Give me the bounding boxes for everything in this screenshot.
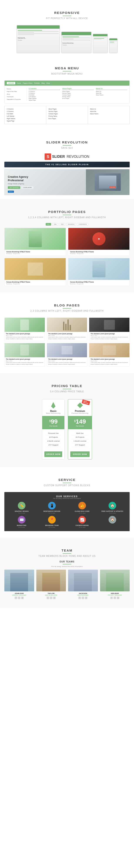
premium-order-btn[interactable]: ORDER NOW xyxy=(70,452,89,457)
filter-btn-two[interactable]: TWO xyxy=(59,223,65,225)
slider-mock-heading: Creative AgencyProfessional xyxy=(8,175,83,182)
service-icon-branding: 📍 xyxy=(48,516,56,524)
filter-btn-one[interactable]: ONE xyxy=(52,223,58,225)
portfolio-person-1 xyxy=(29,231,42,247)
mega-menu-separator xyxy=(26,88,27,101)
col1-item-1: 2 Columns xyxy=(29,91,60,92)
col1-item-6: Signal Page xyxy=(29,99,60,101)
service-container: OUR SERVICES Far far away, behind the wo… xyxy=(4,492,130,531)
team-social-in-1[interactable]: in xyxy=(21,596,24,599)
portfolio-img-2: ✦ xyxy=(68,228,129,250)
basic-order-btn[interactable]: ORDER NOW xyxy=(44,452,62,457)
nav-item-portfolio[interactable]: Portfolio xyxy=(34,82,40,84)
blog-img-6 xyxy=(89,343,129,357)
portfolio-title: PORTFOLIO PAGES xyxy=(4,210,130,214)
blog-decorative-6 xyxy=(89,343,129,357)
basic-feature-2: 10 Projects xyxy=(46,435,61,439)
team-figure-2 xyxy=(42,573,60,591)
team-social-in-3[interactable]: in xyxy=(85,596,87,599)
basic-feature-3: 1 Month License xyxy=(46,439,61,443)
team-social-tw-1[interactable]: t xyxy=(18,596,21,599)
screen-header-phone xyxy=(109,38,117,40)
basic-period: Per Month xyxy=(44,425,62,427)
feature-item-13: About Me xyxy=(90,110,127,113)
mega-menu-col-2: About Pages About Pages Service Pages Co… xyxy=(62,88,93,101)
premium-feature-3: 1 Month License xyxy=(71,439,88,443)
feature-columns: 2 Columns 3 Columns Full Width Left Side… xyxy=(4,106,130,124)
portfolio-item-2: ✦ Canvas Bootstrap HTML5 Theme Bootstrap… xyxy=(68,228,130,256)
team-name-2: TAYLOR xyxy=(36,592,66,594)
team-social-tw-4[interactable]: t xyxy=(113,596,116,599)
portfolio-img-3 xyxy=(5,258,66,280)
screen-meta-2: Template xyxy=(61,44,91,45)
team-social-in-2[interactable]: in xyxy=(53,596,56,599)
pricing-section: PRICING TABLE 3,4 COLUMNS PRICE TABLE Ba… xyxy=(0,373,134,467)
blog-decorative-2 xyxy=(47,318,87,332)
team-social-tw-3[interactable]: t xyxy=(82,596,84,599)
nav-item-pages[interactable]: Pages & More xyxy=(23,82,32,84)
service-title: SERVICE xyxy=(4,478,130,482)
team-social-in-4[interactable]: in xyxy=(117,596,119,599)
responsive-subtitle: FIT PERFECTLY WITH ALL DEVICE xyxy=(4,17,130,20)
service-icon-extra: 🏠 xyxy=(109,516,116,524)
filter-btn-all[interactable]: ALL xyxy=(46,223,51,225)
filter-btn-corporate[interactable]: CORPORATE xyxy=(77,223,88,225)
blog-img-1 xyxy=(5,318,45,332)
team-social-fb-3[interactable]: f xyxy=(78,596,81,599)
service-icon-responsive: 📱 xyxy=(48,502,56,509)
nav-item-blog[interactable]: Blog xyxy=(42,82,45,84)
col1-item-3: Full Width xyxy=(29,94,60,96)
basic-feature-4: 27/7 Support xyxy=(46,443,61,447)
team-social-fb-2[interactable]: f xyxy=(47,596,49,599)
left-item-4: Thumbnails xyxy=(7,96,24,97)
portfolio-info-1: Canvas Bootstrap HTML5 Theme Bootstrap -… xyxy=(5,250,66,255)
slider-btn-2[interactable]: LEARN MORE xyxy=(21,186,33,189)
slider-revolution-section: SLIDER REVOLUTION SAVE $14 S SLIDER REVO… xyxy=(0,129,134,199)
team-member-1: JOHN DOE GRAPHIC DESIGNER f t in xyxy=(4,569,34,599)
service-item-branding: 📍 BRANDING TEAM Far far away xyxy=(38,516,66,528)
pricing-premium-price: $149 Per Month xyxy=(68,416,91,429)
col3-title: About Us xyxy=(96,88,127,90)
portfolio-header: PORTFOLIO PAGES 1,2,3,4 COLUMNS WITH LEF… xyxy=(0,204,134,222)
team-divider xyxy=(63,553,71,554)
team-figure-3 xyxy=(74,573,92,591)
nav-item-shop[interactable]: Shop xyxy=(46,82,50,84)
nav-item-home[interactable]: Home xyxy=(17,82,21,84)
devices-row: Canvas B... Template Canvas Bootstrap Te… xyxy=(0,23,134,55)
mega-menu-logo: CANVAS xyxy=(7,82,15,84)
slider-jquery-badge: jQuery xyxy=(8,191,14,193)
slider-banner: THE #1 SELLING SLIDER PLUGIN xyxy=(4,162,130,167)
feature-item-2: 3 Columns xyxy=(7,110,44,113)
screen-label-2: Canvas Bootstrap xyxy=(61,42,91,44)
blog-text-6: Lorem ipsum dolor sit amet consectetur a… xyxy=(90,362,128,365)
premium-amount: 149 xyxy=(76,418,86,425)
service-item-marketing: ✉️ MARKETING Far far away xyxy=(8,516,36,528)
screen-header-2 xyxy=(61,32,91,35)
portfolio-img-4 xyxy=(68,258,129,280)
feature-item-11: Error Pages xyxy=(49,117,86,120)
blog-title-2: The standard Lorem ipsum passage xyxy=(48,333,86,335)
team-social-fb-4[interactable]: f xyxy=(110,596,113,599)
team-social-3: f t in xyxy=(68,596,98,599)
filter-btn-business[interactable]: BUSINESS xyxy=(66,223,76,225)
col2-item-3: Contact Pages xyxy=(62,94,93,96)
blog-header: BLOG PAGES 2,3 COLUMNS WITH LEFT, RIGHT … xyxy=(0,297,134,315)
team-social-tw-2[interactable]: t xyxy=(50,596,52,599)
service-title-area: OUR SERVICES Far far away, behind the wo… xyxy=(8,495,126,499)
screen-content-1 xyxy=(17,29,60,36)
team-member-2: TAYLOR WEB DEVELOPER f t in xyxy=(36,569,66,599)
team-social-fb-1[interactable]: f xyxy=(15,596,17,599)
blog-img-5 xyxy=(47,343,87,357)
pricing-basic-header: Basic Basic Membership xyxy=(42,399,64,416)
slider-btn-1[interactable]: GET STARTED xyxy=(8,186,20,189)
slider-subtitle: SAVE $14 xyxy=(4,147,130,149)
slider-preview-inner: Creative AgencyProfessional Design Studi… xyxy=(5,169,129,195)
screen-tablet xyxy=(93,34,107,53)
basic-feature-1: Personal Use xyxy=(46,431,61,435)
slider-badge-row: S SLIDER REVOLUTION xyxy=(4,153,130,160)
slider-logo: S SLIDER REVOLUTION xyxy=(45,153,89,160)
service-sub-branding: Far far away xyxy=(38,527,66,528)
service-item-crowd: 📈 CROWDFUNDING Far far away xyxy=(68,516,96,528)
feature-item-10: Pricing Tables xyxy=(49,115,86,117)
blog-img-2 xyxy=(47,318,87,332)
